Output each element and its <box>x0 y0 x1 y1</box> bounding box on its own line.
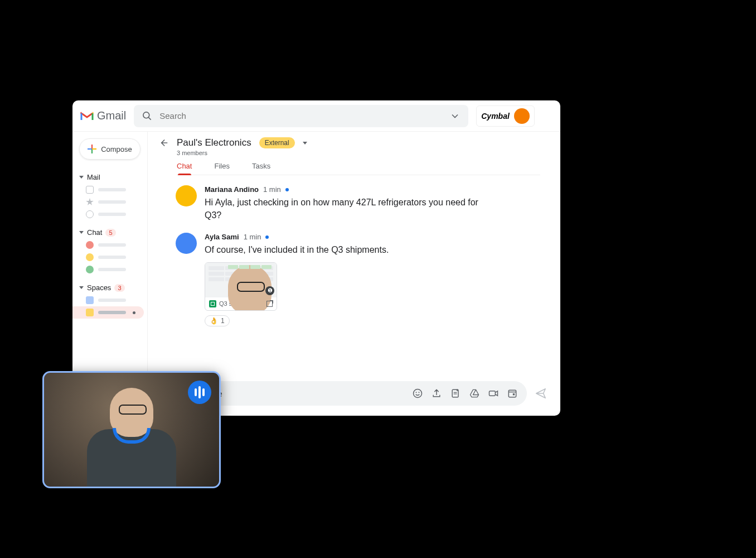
tab-files[interactable]: Files <box>214 162 229 175</box>
presence-dot-icon <box>86 266 94 273</box>
app-name: Gmail <box>97 109 126 122</box>
gmail-logo-icon <box>80 111 94 121</box>
mail-label: Mail <box>87 173 100 181</box>
chat-scroll[interactable]: Mariana Andino 1 min Hi Ayla, just check… <box>148 175 560 376</box>
search-icon <box>142 110 153 122</box>
room-menu-caret-icon[interactable] <box>303 142 307 145</box>
emoji-icon[interactable] <box>412 388 423 399</box>
unread-indicator-icon <box>265 235 269 239</box>
chat-section-header[interactable]: Chat 5 <box>76 226 144 239</box>
message-text: Of course, I've included it in the Q3 sh… <box>205 243 389 256</box>
caret-down-icon <box>79 176 84 179</box>
drive-icon[interactable] <box>469 388 480 399</box>
svg-point-3 <box>416 392 417 393</box>
caret-down-icon <box>79 231 84 234</box>
message: Mariana Andino 1 min Hi Ayla, just check… <box>176 185 544 222</box>
back-arrow-icon[interactable] <box>158 137 169 148</box>
workspace-brand[interactable]: Cymbal <box>476 105 535 127</box>
gmail-logo[interactable]: Gmail <box>80 109 126 122</box>
calendar-icon[interactable] <box>507 388 518 399</box>
upload-icon[interactable] <box>431 388 442 399</box>
svg-rect-11 <box>513 393 515 395</box>
unread-dot-icon <box>133 311 135 314</box>
sidebar-section-mail: Mail <box>76 171 144 220</box>
open-external-icon[interactable] <box>266 301 273 307</box>
top-bar: Gmail Cymbal <box>72 100 560 132</box>
room-name: Paul's Electronics <box>177 137 251 148</box>
send-button[interactable] <box>535 387 547 400</box>
plus-icon <box>88 145 96 153</box>
caret-down-icon <box>79 286 84 289</box>
spaces-badge: 3 <box>114 284 124 292</box>
room-tabs: Chat Files Tasks <box>177 162 540 175</box>
sidebar-section-chat: Chat 5 <box>76 226 144 276</box>
svg-point-4 <box>419 392 420 393</box>
mail-item-starred[interactable] <box>76 196 144 208</box>
search-bar[interactable] <box>134 105 468 127</box>
message-author: Ayla Sami <box>205 233 239 241</box>
search-options-icon[interactable] <box>449 110 461 122</box>
mail-item-snoozed[interactable] <box>76 208 144 220</box>
chat-item[interactable] <box>76 239 144 251</box>
chat-label: Chat <box>87 228 102 237</box>
external-badge: External <box>259 137 295 148</box>
presence-dot-icon <box>86 253 94 261</box>
reaction-emoji: 👌 <box>210 317 218 325</box>
space-item[interactable] <box>76 294 144 306</box>
svg-rect-8 <box>490 391 496 396</box>
video-call-icon[interactable] <box>488 388 499 399</box>
mail-item-inbox[interactable] <box>76 184 144 196</box>
space-item-active[interactable] <box>72 306 144 319</box>
room-header: Paul's Electronics External 3 members Ch… <box>148 132 560 175</box>
presence-dot-icon <box>86 241 94 249</box>
speaking-indicator-icon <box>188 381 211 404</box>
attachment-preview: ❶ <box>205 263 277 297</box>
chat-badge: 5 <box>105 229 115 237</box>
author-avatar[interactable] <box>176 233 197 254</box>
participant-figure <box>87 386 176 488</box>
message-author: Mariana Andino <box>205 185 259 194</box>
reaction-count: 1 <box>221 317 225 325</box>
space-icon <box>86 296 94 304</box>
meet-video-tile[interactable] <box>42 371 221 488</box>
svg-point-0 <box>143 112 149 118</box>
attachment-card[interactable]: ❶ Q3 shipments <box>205 262 277 311</box>
spaces-section-header[interactable]: Spaces 3 <box>76 281 144 294</box>
tab-chat[interactable]: Chat <box>177 162 192 175</box>
sheets-icon <box>209 300 216 307</box>
mail-section-header[interactable]: Mail <box>76 171 144 184</box>
inbox-icon <box>86 186 94 194</box>
clock-icon <box>86 210 94 218</box>
space-icon <box>86 309 94 316</box>
new-doc-icon[interactable] <box>450 388 461 399</box>
star-icon <box>86 198 94 206</box>
reaction-chip[interactable]: 👌 1 <box>205 315 230 326</box>
spaces-label: Spaces <box>87 283 111 292</box>
message: Ayla Sami 1 min Of course, I've included… <box>176 233 544 326</box>
compose-label: Compose <box>101 145 132 153</box>
message-time: 1 min <box>244 233 261 241</box>
search-input[interactable] <box>159 111 443 121</box>
chat-item[interactable] <box>76 251 144 263</box>
svg-point-2 <box>414 389 422 398</box>
member-count[interactable]: 3 members <box>177 150 550 156</box>
message-text: Hi Ayla, just checking in on how many 42… <box>205 196 495 222</box>
unread-indicator-icon <box>285 188 289 191</box>
tab-tasks[interactable]: Tasks <box>252 162 270 175</box>
shared-badge-icon: ❶ <box>265 286 274 295</box>
message-time: 1 min <box>263 185 281 194</box>
user-avatar[interactable] <box>514 108 530 124</box>
svg-line-1 <box>149 117 151 119</box>
compose-button[interactable]: Compose <box>79 138 140 160</box>
brand-name: Cymbal <box>481 112 510 121</box>
author-avatar[interactable] <box>176 185 197 206</box>
message-composer[interactable] <box>176 381 527 406</box>
gmail-window: Gmail Cymbal Compose Mail <box>72 100 560 416</box>
chat-item[interactable] <box>76 263 144 276</box>
sidebar-section-spaces: Spaces 3 <box>76 281 144 319</box>
svg-rect-9 <box>508 390 516 397</box>
